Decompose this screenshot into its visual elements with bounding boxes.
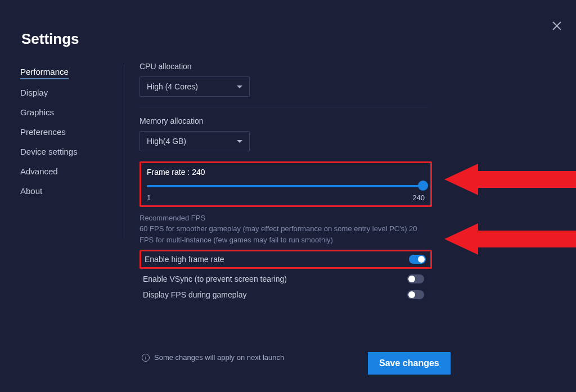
annotation-arrow-icon xyxy=(444,162,576,196)
sidebar-item-device-settings[interactable]: Device settings xyxy=(20,143,78,160)
footer-note: Some changes will apply on next launch xyxy=(154,353,284,362)
recommended-fps-text: 60 FPS for smoother gameplay (may effect… xyxy=(140,223,428,245)
enable-high-frame-rate-label: Enable high frame rate xyxy=(145,255,224,264)
frame-rate-label: Frame rate : 240 xyxy=(147,168,425,177)
cpu-allocation-value: High (4 Cores) xyxy=(147,82,198,91)
frame-rate-slider[interactable] xyxy=(147,181,425,192)
slider-track xyxy=(147,185,425,187)
sidebar-nav: Performance Display Graphics Preferences… xyxy=(20,63,110,202)
section-divider xyxy=(140,107,428,107)
memory-allocation-value: High(4 GB) xyxy=(147,137,186,146)
sidebar-item-preferences[interactable]: Preferences xyxy=(20,123,66,141)
save-changes-button[interactable]: Save changes xyxy=(368,352,451,375)
slider-thumb[interactable] xyxy=(418,181,428,191)
memory-allocation-select[interactable]: High(4 GB) xyxy=(140,131,250,151)
annotation-arrow-icon xyxy=(444,222,576,255)
close-icon[interactable] xyxy=(550,19,564,33)
content-panel: CPU allocation High (4 Cores) Memory all… xyxy=(140,62,438,303)
frame-rate-highlight: Frame rate : 240 1 240 xyxy=(140,161,432,207)
memory-allocation-label: Memory allocation xyxy=(140,116,438,125)
chevron-down-icon xyxy=(237,140,242,143)
sidebar-item-display[interactable]: Display xyxy=(20,84,48,101)
frame-rate-max: 240 xyxy=(412,193,425,202)
display-fps-label: Display FPS during gameplay xyxy=(143,290,246,299)
info-icon: i xyxy=(142,354,150,362)
display-fps-toggle[interactable] xyxy=(407,290,424,299)
sidebar-item-performance[interactable]: Performance xyxy=(20,63,69,79)
recommended-fps-heading: Recommended FPS xyxy=(140,214,438,222)
footer: i Some changes will apply on next launch xyxy=(142,353,576,362)
cpu-allocation-select[interactable]: High (4 Cores) xyxy=(140,76,250,97)
page-title: Settings xyxy=(21,30,79,48)
svg-marker-3 xyxy=(444,223,576,255)
enable-high-frame-rate-toggle[interactable] xyxy=(409,255,426,264)
frame-rate-min: 1 xyxy=(147,193,151,202)
high-frame-rate-highlight: Enable high frame rate xyxy=(140,250,432,269)
enable-vsync-label: Enable VSync (to prevent screen tearing) xyxy=(143,274,287,283)
sidebar-item-about[interactable]: About xyxy=(20,182,42,200)
enable-vsync-toggle[interactable] xyxy=(407,274,424,283)
chevron-down-icon xyxy=(237,85,242,88)
sidebar-item-graphics[interactable]: Graphics xyxy=(20,103,54,121)
sidebar-item-advanced[interactable]: Advanced xyxy=(20,163,58,180)
cpu-allocation-label: CPU allocation xyxy=(140,62,438,71)
sidebar-divider xyxy=(124,64,124,238)
svg-marker-2 xyxy=(444,164,576,195)
